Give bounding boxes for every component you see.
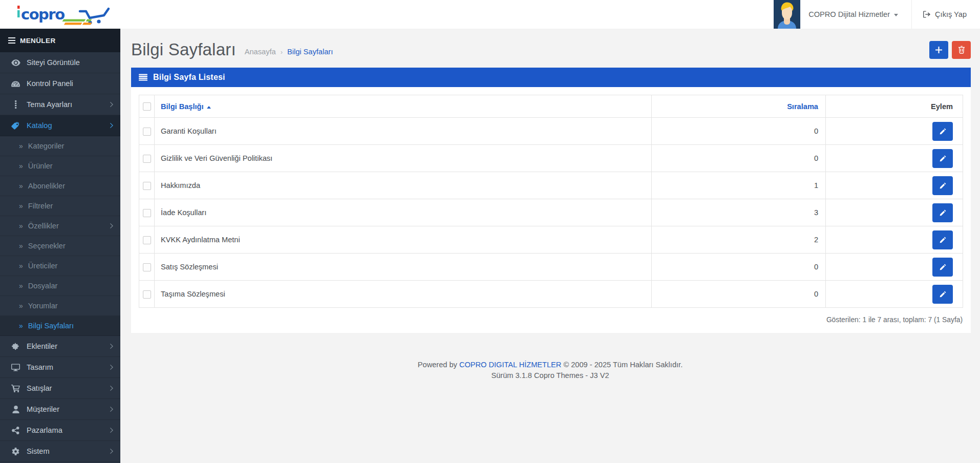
sidebar-item-label: Pazarlama [27, 426, 62, 434]
select-all-checkbox[interactable] [143, 102, 151, 111]
sidebar-item-dosyalar[interactable]: » Dosyalar [0, 276, 120, 296]
sidebar-item-bilgi-sayfalari[interactable]: » Bilgi Sayfaları [0, 316, 120, 336]
row-title: Gizlilik ve Veri Güvenliği Politikası [155, 145, 652, 172]
sidebar-item-katalog[interactable]: Katalog [0, 115, 120, 136]
plus-icon [935, 47, 942, 53]
row-checkbox[interactable] [143, 290, 151, 299]
edit-button[interactable] [932, 149, 953, 168]
pencil-icon [940, 209, 946, 216]
logout-label: Çıkış Yap [935, 10, 967, 18]
list-icon [139, 74, 147, 81]
account-name: COPRO Dijital Hizmetler [808, 10, 890, 18]
chevron-right-icon [110, 386, 113, 391]
sidebar-item-label: Özellikler [28, 222, 59, 230]
chevron-right-icon [110, 449, 113, 454]
sidebar-item-tema-ayarlari[interactable]: Tema Ayarları [0, 94, 120, 115]
sidebar-item-secenekler[interactable]: » Seçenekler [0, 236, 120, 256]
sidebar-item-label: Dosyalar [28, 282, 58, 290]
copro-logo-graphic: copro [15, 3, 120, 26]
sidebar-item-label: Filtreler [28, 202, 53, 210]
sidebar-item-filtreler[interactable]: » Filtreler [0, 196, 120, 216]
chevron-right-icon [110, 428, 113, 433]
logout-button[interactable]: Çıkış Yap [911, 0, 980, 29]
sidebar-menu: Siteyi Görüntüle Kontrol Paneli Tema Aya… [0, 52, 120, 462]
table-row: Taşıma Sözleşmesi 0 [139, 281, 963, 308]
page-action-buttons [929, 41, 971, 59]
column-header-order[interactable]: Sıralama [652, 95, 826, 118]
sidebar-item-ozellikler[interactable]: » Özellikler [0, 216, 120, 236]
column-header-title[interactable]: Bilgi Başlığı [155, 95, 652, 118]
row-checkbox[interactable] [143, 128, 151, 136]
ellipsis-v-icon [11, 100, 20, 109]
edit-button[interactable] [932, 285, 953, 304]
edit-button[interactable] [932, 258, 953, 277]
chevron-right-icon [110, 344, 113, 349]
share-icon [11, 427, 20, 434]
double-angle-icon: » [19, 302, 23, 310]
table-row: Hakkımızda 1 [139, 172, 963, 199]
main-content: Bilgi Sayfaları Anasayfa › Bilgi Sayfala… [120, 29, 980, 463]
pencil-icon [940, 182, 946, 189]
hamburger-icon [8, 37, 15, 44]
row-title: İade Koşulları [155, 199, 652, 226]
sidebar-item-label: Katalog [27, 121, 52, 130]
row-checkbox[interactable] [143, 263, 151, 271]
table-row: Garanti Koşulları 0 [139, 118, 963, 145]
breadcrumb: Anasayfa › Bilgi Sayfaları [245, 48, 333, 56]
row-checkbox[interactable] [143, 209, 151, 217]
edit-button[interactable] [932, 230, 953, 249]
panel-title: Bilgi Sayfa Listesi [153, 73, 225, 82]
sidebar-item-label: Yorumlar [28, 302, 58, 310]
edit-button[interactable] [932, 203, 953, 222]
breadcrumb-home-link[interactable]: Anasayfa [245, 48, 276, 56]
sidebar-item-satislar[interactable]: Satışlar [0, 378, 120, 399]
table-row: İade Koşulları 3 [139, 199, 963, 226]
row-checkbox[interactable] [143, 155, 151, 163]
sidebar-item-kategoriler[interactable]: » Kategoriler [0, 136, 120, 156]
chevron-right-icon [110, 365, 113, 370]
sidebar-item-urunler[interactable]: » Ürünler [0, 156, 120, 176]
row-title: KVKK Aydınlatma Metni [155, 226, 652, 254]
row-checkbox[interactable] [143, 182, 151, 190]
sidebar-item-abonelikler[interactable]: » Abonelikler [0, 176, 120, 196]
sidebar-item-label: Siteyi Görüntüle [27, 58, 80, 67]
sidebar-item-label: Satışlar [27, 384, 52, 392]
gear-icon [11, 448, 20, 455]
avatar[interactable] [774, 0, 800, 29]
eye-icon [11, 59, 20, 66]
footer-powered-line: Powered by COPRO DIGITAL HİZMETLER © 200… [120, 360, 980, 370]
table-row: KVKK Aydınlatma Metni 2 [139, 226, 963, 254]
sidebar-item-ureticiler[interactable]: » Üreticiler [0, 256, 120, 276]
sidebar-item-yorumlar[interactable]: » Yorumlar [0, 296, 120, 316]
delete-pages-button[interactable] [952, 41, 971, 59]
sidebar-item-pazarlama[interactable]: Pazarlama [0, 420, 120, 441]
cart-icon [11, 385, 20, 392]
breadcrumb-current-link[interactable]: Bilgi Sayfaları [287, 48, 333, 56]
footer-brand-link[interactable]: COPRO DIGITAL HİZMETLER [459, 361, 561, 369]
cart-icon [80, 9, 109, 25]
edit-button[interactable] [932, 122, 953, 141]
chevron-right-icon [110, 123, 113, 128]
row-checkbox[interactable] [143, 236, 151, 244]
sidebar-item-siteyi-goruntule[interactable]: Siteyi Görüntüle [0, 52, 120, 73]
sidebar-item-musteriler[interactable]: Müşteriler [0, 399, 120, 420]
add-page-button[interactable] [929, 41, 948, 59]
double-angle-icon: » [19, 202, 23, 210]
chevron-right-icon [110, 223, 113, 228]
table-row: Gizlilik ve Veri Güvenliği Politikası 0 [139, 145, 963, 172]
sidebar-item-sistem[interactable]: Sistem [0, 441, 120, 462]
dashboard-icon [11, 80, 20, 87]
copro-logo[interactable]: copro [15, 3, 120, 26]
table-row: Satış Sözleşmesi 0 [139, 254, 963, 281]
sidebar-item-label: Üreticiler [28, 262, 58, 270]
account-menu[interactable]: COPRO Dijital Hizmetler [800, 0, 911, 29]
user-icon [11, 406, 20, 413]
sidebar-item-kontrol-paneli[interactable]: Kontrol Paneli [0, 73, 120, 94]
double-angle-icon: » [19, 162, 23, 170]
select-all-cell [139, 95, 155, 118]
sidebar-item-tasarim[interactable]: Tasarım [0, 357, 120, 378]
panel-header: Bilgi Sayfa Listesi [131, 68, 971, 87]
edit-button[interactable] [932, 176, 953, 195]
sidebar-item-eklentiler[interactable]: Eklentiler [0, 336, 120, 357]
pencil-icon [940, 237, 946, 243]
